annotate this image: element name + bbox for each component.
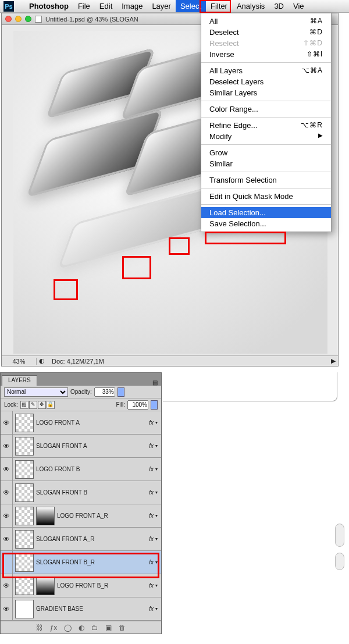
visibility-eye-icon[interactable]: 👁 [1,535,12,543]
layer-fx-toggle-icon[interactable]: ▾ [155,606,158,611]
visibility-eye-icon[interactable]: 👁 [1,465,12,474]
layer-mask-thumbnail[interactable] [36,507,55,525]
visibility-eye-icon[interactable]: 👁 [1,605,12,613]
opacity-input[interactable] [94,387,115,397]
visibility-eye-icon[interactable]: 👁 [1,582,12,590]
layer-name[interactable]: SLOGAN FRONT B_R [36,559,149,565]
menu-item-refine-edge[interactable]: Refine Edge...⌥⌘R [201,120,331,131]
menu-item-all[interactable]: All⌘A [201,16,331,27]
layer-name[interactable]: SLOGAN FRONT B [36,489,149,496]
menu-item-similar[interactable]: Similar [201,158,331,169]
panel-flyout-icon[interactable]: ▤ [152,379,158,386]
delete-layer-icon[interactable]: 🗑 [119,624,126,632]
window-zoom-button[interactable] [25,16,31,22]
layer-row[interactable]: 👁SLOGAN FRONT Afx▾ [1,435,161,458]
visibility-eye-icon[interactable]: 👁 [1,442,12,450]
layer-row[interactable]: 👁SLOGAN FRONT A_Rfx▾ [1,528,161,551]
visibility-eye-icon[interactable]: 👁 [1,489,12,497]
menubar-edit[interactable]: Edit [95,0,117,12]
layer-fx-badge[interactable]: fx [149,582,154,589]
lock-position-icon[interactable]: ✥ [38,401,46,409]
menubar-analysis[interactable]: Analysis [232,0,269,12]
layer-fx-toggle-icon[interactable]: ▾ [155,490,158,495]
menu-item-inverse[interactable]: Inverse⇧⌘I [201,49,331,60]
layer-fx-toggle-icon[interactable]: ▾ [155,560,158,565]
lock-transparent-icon[interactable]: ▨ [20,401,29,409]
layer-style-icon[interactable]: ƒx [50,624,58,632]
menubar-filter[interactable]: Filter [206,0,232,12]
layer-row[interactable]: 👁LOGO FRONT A_Rfx▾ [1,504,161,528]
menu-item-load-selection[interactable]: Load Selection... [201,207,331,218]
layer-name[interactable]: GRADIENT BASE [36,606,149,612]
lock-pixels-icon[interactable]: ✎ [29,401,37,409]
zoom-level[interactable]: 43% [2,358,37,365]
layers-tab[interactable]: LAYERS [2,375,37,386]
menu-item-transform-selection[interactable]: Transform Selection [201,175,331,186]
menu-item-color-range[interactable]: Color Range... [201,104,331,115]
menu-item-edit-in-quick-mask-mode[interactable]: Edit in Quick Mask Mode [201,191,331,202]
menubar-layer[interactable]: Layer [147,0,176,12]
menubar-image[interactable]: Image [117,0,147,12]
status-flyout-icon[interactable]: ▶ [331,357,336,365]
layer-name[interactable]: SLOGAN FRONT A [36,443,149,449]
layer-row[interactable]: 👁LOGO FRONT Afx▾ [1,411,161,435]
layer-thumbnail[interactable] [15,507,34,525]
menubar-select[interactable]: Select [176,0,206,12]
layer-fx-toggle-icon[interactable]: ▾ [155,443,158,449]
layer-name[interactable]: SLOGAN FRONT A_R [36,536,149,542]
menubar-view[interactable]: Vie [289,0,309,12]
layer-thumbnail[interactable] [15,460,34,479]
layer-thumbnail[interactable] [15,600,34,618]
layer-mask-thumbnail[interactable] [36,577,55,595]
layer-mask-icon[interactable]: ◯ [64,624,72,632]
layer-fx-badge[interactable]: fx [149,513,154,519]
fill-input[interactable] [127,400,148,410]
link-layers-icon[interactable]: ⛓ [36,624,43,632]
fill-scrubber[interactable] [151,400,158,410]
layer-fx-toggle-icon[interactable]: ▾ [155,583,158,588]
lock-all-icon[interactable]: 🔒 [47,401,55,409]
layer-thumbnail[interactable] [15,530,34,549]
layer-name[interactable]: LOGO FRONT B [36,466,149,472]
menubar-app[interactable]: Photoshop [24,0,73,12]
menu-item-modify[interactable]: Modify▶ [201,131,331,142]
layer-fx-badge[interactable]: fx [149,419,154,426]
layer-name[interactable]: LOGO FRONT A [36,419,149,426]
layer-fx-toggle-icon[interactable]: ▾ [155,467,158,472]
layer-group-icon[interactable]: 🗀 [91,624,98,632]
visibility-eye-icon[interactable]: 👁 [1,512,12,520]
menu-item-all-layers[interactable]: All Layers⌥⌘A [201,65,331,76]
layer-name[interactable]: LOGO FRONT A_R [57,513,149,519]
menu-item-deselect-layers[interactable]: Deselect Layers [201,76,331,87]
layer-fx-toggle-icon[interactable]: ▾ [155,536,158,542]
visibility-eye-icon[interactable]: 👁 [1,419,12,427]
layer-fx-badge[interactable]: fx [149,606,154,612]
layer-fx-toggle-icon[interactable]: ▾ [155,513,158,518]
menubar-3d[interactable]: 3D [269,0,289,12]
menu-item-save-selection[interactable]: Save Selection... [201,218,331,229]
menu-item-similar-layers[interactable]: Similar Layers [201,87,331,98]
layer-fx-badge[interactable]: fx [149,536,154,542]
layer-row[interactable]: SLOGAN FRONT B_Rfx▾ [1,551,161,574]
layer-fx-toggle-icon[interactable]: ▾ [155,420,158,425]
layer-fx-badge[interactable]: fx [149,559,154,565]
menubar-file[interactable]: File [73,0,95,12]
new-layer-icon[interactable]: ▣ [105,624,112,632]
layer-fx-badge[interactable]: fx [149,466,154,472]
menu-item-deselect[interactable]: Deselect⌘D [201,27,331,38]
layer-thumbnail[interactable] [15,553,34,572]
layer-fx-badge[interactable]: fx [149,443,154,449]
layer-thumbnail[interactable] [15,414,34,432]
window-minimize-button[interactable] [15,16,22,22]
opacity-scrubber[interactable] [117,387,124,397]
blend-mode-select[interactable]: Normal [4,387,68,397]
layer-row[interactable]: 👁LOGO FRONT Bfx▾ [1,458,161,481]
layer-fx-badge[interactable]: fx [149,489,154,496]
layer-name[interactable]: LOGO FRONT B_R [57,582,149,589]
layer-thumbnail[interactable] [15,577,34,595]
layer-row[interactable]: 👁LOGO FRONT B_Rfx▾ [1,574,161,597]
adjustment-layer-icon[interactable]: ◐ [79,624,84,632]
secondary-scrollbar[interactable] [335,372,347,622]
menu-item-grow[interactable]: Grow [201,147,331,158]
layer-thumbnail[interactable] [15,483,34,502]
